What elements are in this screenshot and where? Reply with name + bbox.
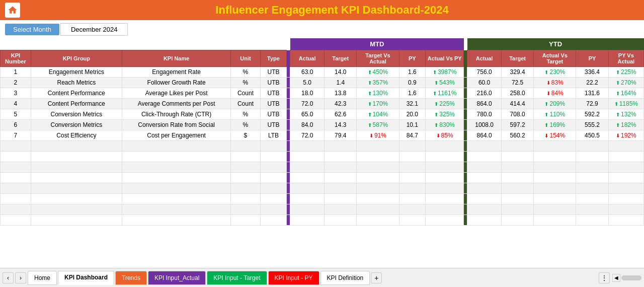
cell-ytd-avst: ⬆169% (534, 120, 576, 130)
ytd-group-header: YTD (467, 38, 644, 50)
cell-mtd-tvsa: ⬇91% (357, 130, 399, 141)
cell-kpi-name: Follower Growth Rate (122, 78, 230, 88)
cell-mtd-actual: 5.0 (290, 78, 325, 88)
tab-trends[interactable]: Trends (115, 271, 147, 285)
col-ytd-actual: Actual (467, 50, 502, 67)
cell-mtd-actual: 84.0 (290, 120, 325, 130)
tab-home[interactable]: Home (28, 271, 57, 285)
up-arrow-icon: ⬆ (544, 69, 548, 75)
tab-kpi-input-target[interactable]: KPI Input - Target (207, 271, 267, 285)
cell-type: UTB (260, 99, 287, 109)
cell-ytd-target: 708.0 (501, 109, 533, 120)
col-ytd-actual-vs-target: Actual Vs Target (534, 50, 576, 67)
cell-ytd-actual: 216.0 (467, 88, 502, 99)
col-mtd-target-vs-actual: Target Vs Actual (357, 50, 399, 67)
col-mtd-target: Target (325, 50, 357, 67)
col-mtd-actual: Actual (290, 50, 325, 67)
sep-group-2 (464, 38, 467, 50)
cell-unit: Count (231, 99, 260, 109)
up-arrow-icon: ⬆ (614, 101, 618, 107)
tab-bar: ‹ › Home KPI Dashboard Trends KPI Input_… (0, 268, 644, 287)
sep-sub-1 (287, 50, 290, 67)
empty-group-header (1, 38, 287, 50)
scroll-bar-area: ◀ (612, 274, 641, 282)
up-arrow-icon: ⬆ (434, 122, 438, 128)
cell-mtd-actual: 72.0 (290, 99, 325, 109)
cell-ytd-target: 329.4 (501, 67, 533, 78)
up-arrow-icon: ⬆ (616, 80, 620, 86)
sep-col-1 (287, 120, 290, 130)
kpi-table: MTD YTD KPI Number KPI Group KPI Name Un… (0, 38, 644, 226)
cell-mtd-tvsa: ⬆587% (357, 120, 399, 130)
cell-mtd-actual: 65.0 (290, 109, 325, 120)
tab-kpi-dashboard[interactable]: KPI Dashboard (58, 271, 114, 285)
cell-kpi-num: 4 (1, 99, 31, 109)
up-arrow-icon: ⬆ (616, 69, 620, 75)
up-arrow-icon: ⬆ (434, 101, 438, 107)
up-arrow-icon: ⬆ (544, 112, 548, 117)
cell-mtd-target: 79.4 (325, 130, 357, 141)
select-month-button[interactable]: Select Month (5, 24, 59, 35)
cell-mtd-tvsa: ⬆130% (357, 88, 399, 99)
cell-kpi-group: Reach Metrics (31, 78, 122, 88)
month-selector-row: Select Month December 2024 (0, 20, 644, 38)
cell-mtd-py: 1.6 (399, 67, 426, 78)
table-row: 5 Conversion Metrics Click-Through Rate … (1, 109, 644, 120)
cell-mtd-avspy: ⬆225% (426, 99, 464, 109)
up-arrow-icon: ⬆ (616, 122, 620, 128)
cell-ytd-py: 450.5 (576, 130, 608, 141)
sep-col-1 (287, 130, 290, 141)
tab-nav-next[interactable]: › (15, 272, 26, 283)
sep-col-1 (287, 109, 290, 120)
cell-ytd-pvsa: ⬆270% (608, 78, 643, 88)
up-arrow-icon: ⬆ (434, 80, 438, 86)
down-arrow-icon: ⬇ (546, 91, 550, 96)
tab-add-button[interactable]: + (371, 272, 382, 283)
down-arrow-icon: ⬇ (544, 133, 548, 138)
cell-mtd-actual: 72.0 (290, 130, 325, 141)
tab-nav-prev[interactable]: ‹ (3, 272, 14, 283)
column-group-header-row: MTD YTD (1, 38, 644, 50)
empty-row (1, 152, 644, 162)
sep-col-2 (464, 109, 467, 120)
cell-kpi-name: Conversion Rate from Social (122, 120, 230, 130)
tab-more-button[interactable]: ⋮ (599, 272, 610, 283)
empty-row (1, 183, 644, 194)
cell-kpi-group: Content Performance (31, 99, 122, 109)
scroll-left-button[interactable]: ◀ (612, 274, 620, 282)
cell-unit: $ (231, 130, 260, 141)
cell-ytd-actual: 756.0 (467, 67, 502, 78)
tab-kpi-input-actual[interactable]: KPI Input_Actual (148, 271, 206, 285)
empty-row (1, 162, 644, 173)
cell-ytd-pvsa: ⬆164% (608, 88, 643, 99)
cell-ytd-avst: ⬆110% (534, 109, 576, 120)
empty-row (1, 215, 644, 226)
down-arrow-icon: ⬇ (436, 133, 440, 138)
page-title: Influencer Engagement KPI Dashboard-2024 (25, 4, 639, 17)
home-icon[interactable] (5, 3, 20, 18)
sep-col-2 (464, 120, 467, 130)
tab-kpi-definition[interactable]: KPI Definition (320, 271, 370, 285)
cell-mtd-avspy: ⬆830% (426, 120, 464, 130)
cell-unit: % (231, 78, 260, 88)
cell-ytd-target: 597.2 (501, 120, 533, 130)
cell-ytd-pvsa: ⬆182% (608, 120, 643, 130)
cell-type: UTB (260, 88, 287, 99)
cell-kpi-num: 6 (1, 120, 31, 130)
cell-mtd-actual: 63.0 (290, 67, 325, 78)
cell-unit: % (231, 67, 260, 78)
cell-kpi-group: Content Performance (31, 88, 122, 99)
cell-kpi-num: 7 (1, 130, 31, 141)
sep-col-2 (464, 88, 467, 99)
col-ytd-target: Target (501, 50, 533, 67)
cell-ytd-pvsa: ⬇192% (608, 130, 643, 141)
cell-ytd-avst: ⬇154% (534, 130, 576, 141)
cell-ytd-py: 336.4 (576, 67, 608, 78)
tab-kpi-input-py[interactable]: KPI Input - PY (268, 271, 319, 285)
header-bar: Influencer Engagement KPI Dashboard-2024 (0, 0, 644, 20)
down-arrow-icon: ⬇ (546, 80, 550, 86)
cell-ytd-target: 414.4 (501, 99, 533, 109)
sep-sub-2 (464, 50, 467, 67)
cell-kpi-name: Click-Through Rate (CTR) (122, 109, 230, 120)
cell-mtd-target: 1.4 (325, 78, 357, 88)
